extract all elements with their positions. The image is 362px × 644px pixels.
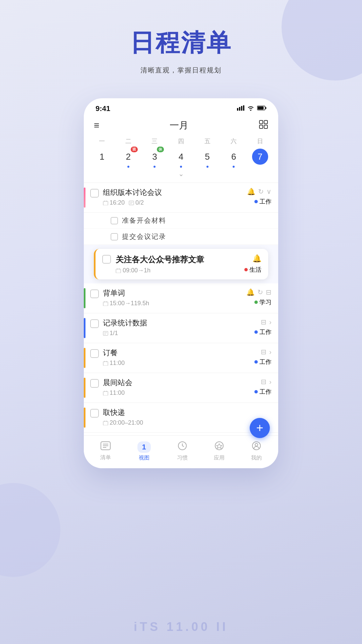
svg-rect-26 <box>103 362 108 366</box>
highlight-tag: 生活 <box>244 266 261 274</box>
task-subtask-1: 0/2 <box>129 199 144 206</box>
task-meta-7: 20:00–21:00 <box>103 419 272 426</box>
task-checkbox-4[interactable] <box>90 319 99 328</box>
signal-icon <box>237 105 244 112</box>
fab-button[interactable]: + <box>250 418 270 438</box>
task-checkbox-6[interactable] <box>90 379 99 388</box>
tag-dot-1 <box>254 200 258 203</box>
task-title-6: 晨间站会 <box>103 378 241 388</box>
bottom-promo: iTS 11.00 II <box>0 620 362 634</box>
sub-checkbox-1-1[interactable] <box>111 217 118 224</box>
svg-rect-7 <box>259 120 263 124</box>
task-time-7: 20:00–21:00 <box>103 419 143 426</box>
task-grid-icon-3[interactable]: ⊟ <box>266 288 272 296</box>
task-content-4: 记录统计数据 1/1 <box>103 318 241 337</box>
date-6[interactable]: 6 <box>221 149 247 168</box>
svg-rect-20 <box>103 302 108 306</box>
task-subtask-4: 1/1 <box>103 330 118 337</box>
date-2[interactable]: 2班 <box>115 149 142 168</box>
tag-dot-5 <box>254 360 258 364</box>
task-item-3[interactable]: 背单词 15:00→119.5h 🔔 ↻ ⊟ <box>84 283 278 313</box>
expand-calendar-icon[interactable]: ⌄ <box>84 169 278 180</box>
svg-marker-41 <box>217 444 222 448</box>
tab-list-label: 清单 <box>100 454 111 461</box>
task-chevron-icon-5[interactable]: › <box>269 348 272 356</box>
task-item-1[interactable]: 组织版本讨论会议 16:20 0/2 🔔 <box>84 183 278 213</box>
task-grid-icon-6[interactable]: ⊟ <box>261 378 266 386</box>
tab-app[interactable]: 应用 <box>214 441 225 462</box>
highlight-bell-icon[interactable]: 🔔 <box>252 254 261 263</box>
highlight-card[interactable]: 关注各大公众号推荐文章 09:00→1h 🔔 生活 <box>94 249 268 279</box>
tab-bar: 清单 1 视图 习惯 应用 我的 <box>84 435 278 468</box>
sub-task-title-1-2: 提交会议记录 <box>122 232 166 241</box>
sub-checkbox-1-2[interactable] <box>111 233 118 240</box>
task-grid-icon-5[interactable]: ⊟ <box>261 348 266 356</box>
highlight-title: 关注各大公众号推荐文章 <box>116 254 244 265</box>
svg-rect-10 <box>264 125 267 128</box>
highlight-checkbox[interactable] <box>102 255 111 264</box>
task-grid-icon-4[interactable]: ⊟ <box>261 318 266 326</box>
date-3[interactable]: 3休 <box>141 149 168 168</box>
task-checkbox-1[interactable] <box>90 189 99 198</box>
tab-me-icon <box>252 441 261 453</box>
task-item-4[interactable]: 记录统计数据 1/1 ⊟ › 工作 <box>84 313 278 343</box>
task-item-5[interactable]: 订餐 11:00 ⊟ › 工作 <box>84 343 278 373</box>
task-bar-7 <box>84 408 85 428</box>
task-item-6[interactable]: 晨间站会 11:00 ⊟ › 工作 <box>84 373 278 403</box>
date-5[interactable]: 5 <box>194 149 221 168</box>
task-tag-3: 学习 <box>254 298 272 306</box>
svg-rect-14 <box>129 201 134 205</box>
svg-point-40 <box>215 442 223 450</box>
tab-me-label: 我的 <box>251 454 262 462</box>
task-expand-icon-1[interactable]: ∨ <box>266 187 272 196</box>
task-chevron-icon-4[interactable]: › <box>269 318 272 326</box>
highlight-meta: 09:00→1h <box>116 267 244 274</box>
task-right-1: 🔔 ↻ ∨ 工作 <box>241 187 272 206</box>
highlight-card-wrapper: 关注各大公众号推荐文章 09:00→1h 🔔 生活 <box>84 245 278 283</box>
task-tag-5: 工作 <box>254 358 272 366</box>
status-time: 9:41 <box>96 104 110 113</box>
tab-list[interactable]: 清单 <box>100 441 111 461</box>
tag-dot-6 <box>254 390 258 393</box>
week-day-sun: 日 <box>247 136 273 147</box>
tag-dot-3 <box>254 301 258 304</box>
task-repeat-icon-1[interactable]: ↻ <box>258 187 264 196</box>
task-content-3: 背单词 15:00→119.5h <box>103 288 241 307</box>
svg-rect-1 <box>239 107 240 111</box>
svg-rect-29 <box>103 391 108 395</box>
task-tag-6: 工作 <box>254 388 272 396</box>
date-1[interactable]: 1 <box>89 149 115 168</box>
date-4[interactable]: 4 <box>168 149 194 168</box>
nav-grid-icon[interactable] <box>259 120 268 131</box>
highlight-tag-dot <box>244 268 248 271</box>
date-7[interactable]: 7 <box>247 149 273 168</box>
task-checkbox-5[interactable] <box>90 349 99 358</box>
tab-habit[interactable]: 习惯 <box>177 441 188 462</box>
tab-me[interactable]: 我的 <box>251 441 262 462</box>
task-title-1: 组织版本讨论会议 <box>103 187 241 198</box>
task-alarm-icon-3[interactable]: 🔔 <box>246 288 255 296</box>
task-title-5: 订餐 <box>103 348 241 358</box>
phone-wrapper: 9:41 ≡ 一月 一 <box>0 98 362 468</box>
task-time-6: 11:00 <box>103 389 125 396</box>
battery-icon <box>257 106 266 112</box>
task-alarm-icon-1[interactable]: 🔔 <box>247 187 255 196</box>
tab-app-icon <box>215 441 224 453</box>
sub-task-1-2: 提交会议记录 <box>84 229 278 245</box>
phone-mockup: 9:41 ≡ 一月 一 <box>84 98 278 468</box>
task-chevron-icon-6[interactable]: › <box>269 378 272 386</box>
bg-decoration-bottom <box>0 483 60 577</box>
task-checkbox-7[interactable] <box>90 409 99 418</box>
tab-view[interactable]: 1 视图 <box>137 441 151 462</box>
task-bar-5 <box>84 348 85 368</box>
task-repeat-icon-3[interactable]: ↻ <box>257 288 263 296</box>
task-checkbox-3[interactable] <box>90 289 99 298</box>
task-time-1: 16:20 <box>103 199 125 206</box>
week-day-fri: 五 <box>194 136 221 147</box>
dates-row: 1 2班 3休 4 5 6 <box>84 149 278 168</box>
task-content-6: 晨间站会 11:00 <box>103 378 241 396</box>
svg-rect-0 <box>237 108 238 111</box>
wifi-icon <box>247 105 254 112</box>
menu-icon[interactable]: ≡ <box>94 120 99 131</box>
task-item-7[interactable]: 取快递 20:00–21:00 <box>84 403 278 433</box>
